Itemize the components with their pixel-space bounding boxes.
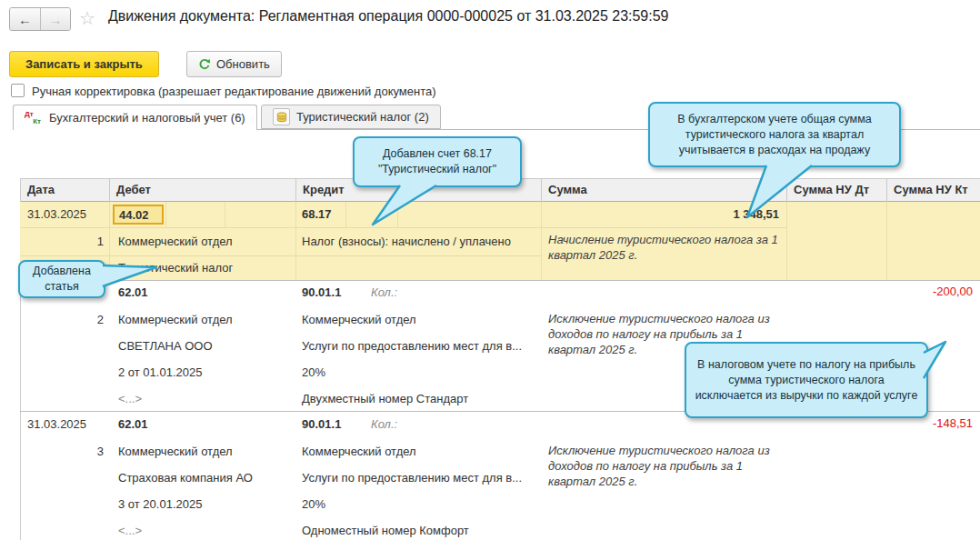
document-movements-window: ← → ☆ Движения документа: Регламентная о… [0, 0, 980, 540]
entry2-credit-department[interactable]: Коммерческий отдел [302, 313, 416, 326]
grid-line [345, 202, 346, 227]
entry2-credit-nomenclature[interactable]: Услуги по предоставлению мест для в... [302, 339, 522, 353]
entry3-debit-empty[interactable]: <...> [118, 524, 142, 537]
entry1-date[interactable]: 31.03.2025 [27, 207, 86, 221]
tab-accounting-tax-label: Бухгалтерский и налоговый учет (6) [49, 111, 245, 125]
page-title: Движения документа: Регламентная операци… [108, 8, 669, 25]
tab-tourist-tax-label: Туристический налог (2) [296, 110, 429, 124]
entry3-debit-account[interactable]: 62.01 [118, 417, 148, 431]
header-divider [541, 178, 542, 202]
save-and-close-button[interactable]: Записать и закрыть [9, 51, 159, 77]
callout-account-6817-tail [362, 185, 453, 228]
entry3-qty-label: Кол.: [371, 417, 397, 431]
callout-added-item: Добавлена статья [18, 260, 105, 298]
entry3-credit-vat-rate[interactable]: 20% [302, 497, 325, 511]
entry2-debit-counterparty[interactable]: СВЕТЛАНА ООО [118, 339, 213, 353]
entry2-debit-contract[interactable]: 2 от 01.01.2025 [118, 365, 202, 379]
tab-tourist-tax[interactable]: Туристический налог (2) [261, 105, 441, 129]
col-header-date[interactable]: Дата [27, 183, 55, 196]
entry3-debit-department[interactable]: Коммерческий отдел [118, 445, 233, 458]
refresh-label: Обновить [216, 57, 270, 71]
entry2-debit-empty[interactable]: <...> [118, 392, 142, 405]
grid-line [165, 202, 166, 227]
coins-icon [275, 111, 288, 124]
history-nav: ← → [9, 7, 71, 31]
grid-line [20, 255, 541, 256]
grid-line [886, 202, 887, 280]
col-header-debit[interactable]: Дебет [116, 183, 151, 196]
col-header-amount[interactable]: Сумма [548, 183, 587, 196]
debit-credit-icon: ДтКт [25, 110, 43, 125]
grid-line [541, 202, 542, 280]
manual-adjustment-checkbox[interactable] [11, 84, 25, 97]
header-divider [109, 178, 110, 202]
entry2-credit-vat-rate[interactable]: 20% [302, 365, 325, 379]
entry1-debit-account-current-cell[interactable]: 44.02 [113, 205, 164, 225]
col-header-credit[interactable]: Кредит [303, 183, 345, 196]
entry3-credit-nomenclature[interactable]: Услуги по предоставлению мест для в... [302, 471, 522, 485]
header-divider [295, 178, 296, 202]
entry2-debit-department[interactable]: Коммерческий отдел [118, 313, 233, 326]
entry3-comment[interactable]: Исключение туристического налога из дохо… [548, 443, 785, 489]
grid-line [225, 202, 225, 227]
entry1-credit-account[interactable]: 68.17 [302, 207, 332, 221]
row-separator [20, 280, 980, 281]
entry3-amount-nu-kt[interactable]: -148,51 [933, 416, 973, 430]
entry3-date[interactable]: 31.03.2025 [27, 417, 86, 431]
entry3-debit-contract[interactable]: 3 от 20.01.2025 [118, 497, 202, 511]
entry3-credit-department[interactable]: Коммерческий отдел [302, 445, 416, 458]
callout-added-item-tail [102, 262, 164, 291]
favorite-star-icon[interactable]: ☆ [79, 7, 95, 29]
refresh-icon [198, 58, 211, 71]
entry2-row-number: 2 [97, 313, 104, 326]
refresh-button[interactable]: Обновить [186, 51, 282, 77]
callout-tax-exclusion: В налоговом учете по налогу на прибыль с… [685, 342, 928, 418]
entry1-comment[interactable]: Начисление туристического налога за 1 кв… [548, 232, 783, 263]
entry3-debit-counterparty[interactable]: Страховая компания АО [118, 471, 253, 485]
forward-arrow-icon: → [49, 12, 63, 27]
forward-button[interactable]: → [40, 8, 70, 30]
entry3-row-number: 3 [97, 445, 104, 458]
tab-accounting-tax[interactable]: ДтКт Бухгалтерский и налоговый учет (6) [13, 105, 257, 130]
entry2-qty-label: Кол.: [371, 285, 397, 299]
entry2-credit-service[interactable]: Двухместный номер Стандарт [302, 392, 468, 405]
col-header-amount-nu-kt[interactable]: Сумма НУ Кт [894, 183, 968, 196]
entry1-row-number: 1 [97, 235, 104, 248]
manual-adjustment-label: Ручная корректировка (разрешает редактир… [32, 85, 436, 98]
entry2-amount-nu-kt[interactable]: -200,00 [933, 285, 973, 298]
grid-line [295, 202, 296, 280]
callout-account-6817: Добавлен счет 68.17 "Туристический налог… [353, 136, 522, 187]
entry2-credit-account[interactable]: 90.01.1 [302, 285, 341, 299]
entry3-credit-account[interactable]: 90.01.1 [302, 417, 341, 431]
header-divider [886, 178, 887, 202]
callout-tax-exclusion-tail [923, 338, 961, 382]
save-and-close-label: Записать и закрыть [25, 57, 143, 71]
back-arrow-icon: ← [18, 12, 32, 27]
entry1-credit-analytics[interactable]: Налог (взносы): начислено / уплачено [302, 235, 511, 248]
callout-accounting-total-tail [736, 165, 827, 221]
entry3-credit-service[interactable]: Одноместный номер Комфорт [302, 524, 469, 537]
callout-accounting-total: В бухгалтерском учете общая сумма турист… [648, 102, 901, 167]
back-button[interactable]: ← [10, 8, 40, 30]
entry1-debit-department[interactable]: Коммерческий отдел [118, 235, 233, 248]
